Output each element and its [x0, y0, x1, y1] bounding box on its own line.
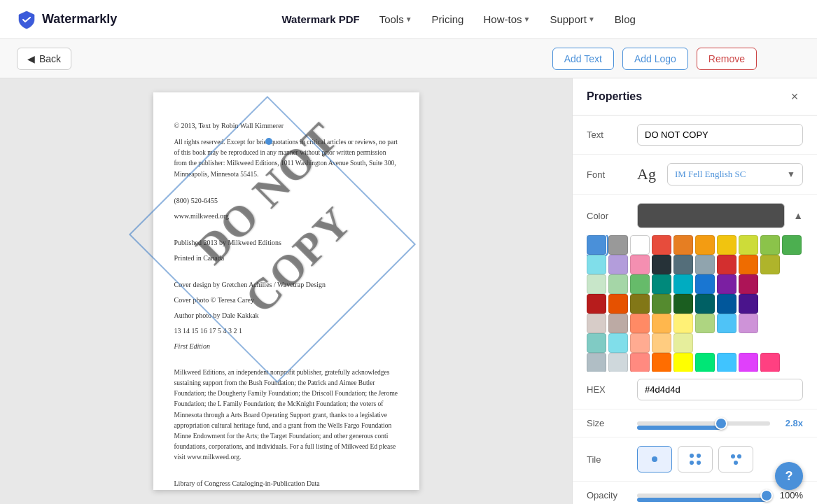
tools-chevron-icon: ▼: [405, 15, 412, 23]
color-swatch-cyanlight[interactable]: [608, 333, 628, 353]
pdf-line-rights: All rights reserved. Except for brief qu…: [174, 137, 398, 180]
color-swatch-navy[interactable]: [717, 294, 736, 314]
color-swatch-lightslate[interactable]: [608, 353, 628, 372]
color-swatch-large[interactable]: [637, 203, 785, 228]
color-palette: [587, 235, 803, 372]
color-swatch-darkred[interactable]: [717, 255, 736, 274]
color-swatch-coolgray[interactable]: [587, 353, 606, 372]
size-row: Size 2.8x: [573, 410, 817, 438]
color-swatch-apricot[interactable]: [630, 333, 650, 353]
color-swatch-buff[interactable]: [652, 333, 671, 353]
tile-grid-2x2[interactable]: [678, 446, 713, 472]
color-swatch-amber[interactable]: [695, 235, 715, 255]
color-swatch-mint[interactable]: [587, 274, 606, 294]
tile-stagger[interactable]: [718, 446, 753, 472]
color-swatch-lightlime[interactable]: [695, 314, 715, 333]
tile-stagger-dot-3: [734, 461, 738, 465]
color-swatch-warmgray[interactable]: [587, 314, 606, 333]
color-swatch-brightyellow[interactable]: [673, 353, 693, 372]
color-swatch-lightmint[interactable]: [608, 274, 628, 294]
color-swatch-medblue[interactable]: [695, 274, 715, 294]
color-swatch-bluegray[interactable]: [695, 255, 715, 274]
size-slider[interactable]: [637, 421, 770, 426]
color-swatch-orange[interactable]: [673, 235, 693, 255]
color-swatch-deepred[interactable]: [587, 294, 606, 314]
nav-howtos[interactable]: How-tos ▼: [475, 9, 538, 29]
color-swatch-darkorange[interactable]: [739, 255, 758, 274]
color-swatch-salmon[interactable]: [630, 314, 650, 333]
color-swatch-green[interactable]: [782, 235, 802, 255]
color-chevron-icon[interactable]: ▲: [793, 210, 803, 221]
color-swatch-darkpink[interactable]: [739, 274, 758, 294]
color-swatch-neongreen[interactable]: [695, 353, 715, 372]
nav-support[interactable]: Support ▼: [541, 9, 603, 29]
color-swatch-deeporange[interactable]: [608, 294, 628, 314]
color-palette-row-5: [587, 314, 803, 333]
color-swatch-lightblue[interactable]: [717, 314, 736, 333]
opacity-slider-track: [637, 493, 767, 498]
color-swatch-darkblue[interactable]: [652, 255, 671, 274]
nav-tools[interactable]: Tools ▼: [371, 9, 421, 29]
color-swatch-darkforest[interactable]: [652, 294, 671, 314]
color-swatch-pink-light[interactable]: [630, 255, 650, 274]
color-swatch-chartreuse[interactable]: [673, 333, 693, 353]
color-swatch-darkteal[interactable]: [652, 274, 671, 294]
add-logo-button[interactable]: Add Logo: [622, 48, 688, 70]
font-label: Font: [587, 169, 629, 180]
color-swatch-violet[interactable]: [739, 353, 758, 372]
color-swatch-lime[interactable]: [739, 235, 758, 255]
color-swatch-skyblue[interactable]: [717, 353, 736, 372]
color-swatch-peach[interactable]: [652, 314, 671, 333]
remove-button[interactable]: Remove: [697, 48, 757, 70]
color-swatch-warmgray2[interactable]: [608, 314, 628, 333]
nav-pricing[interactable]: Pricing: [424, 9, 473, 29]
help-button[interactable]: ?: [775, 462, 803, 490]
pdf-viewer[interactable]: DO NOTCOPY © 2013, Text by Robin Wall Ki…: [0, 78, 572, 504]
opacity-slider-thumb[interactable]: [760, 489, 773, 502]
color-swatch-slate[interactable]: [673, 255, 693, 274]
pdf-line-author-photo: Author photo by Dale Kakkak: [174, 310, 398, 321]
color-swatch-brightorange[interactable]: [652, 353, 671, 372]
tile-single[interactable]: [637, 446, 672, 472]
color-swatch-yellow[interactable]: [717, 235, 736, 255]
pdf-line-website: www.milkweed.org: [174, 211, 398, 222]
tile-stagger-dot-1: [731, 454, 735, 458]
font-selector[interactable]: IM Fell English SC ▼: [667, 163, 803, 186]
size-slider-thumb[interactable]: [715, 417, 727, 430]
color-swatch-indigo[interactable]: [739, 294, 758, 314]
color-swatch-white[interactable]: [630, 235, 650, 255]
color-swatch-darkolive[interactable]: [630, 294, 650, 314]
color-swatch-red[interactable]: [652, 235, 671, 255]
font-preview: Ag: [637, 165, 656, 183]
color-label: Color: [587, 211, 629, 221]
nav-blog[interactable]: Blog: [606, 9, 644, 29]
hex-label: HEX: [587, 384, 629, 395]
color-swatch-tealmid[interactable]: [587, 333, 606, 353]
color-swatch-lavender[interactable]: [739, 314, 758, 333]
color-swatch-lightgreen[interactable]: [760, 235, 780, 255]
close-button[interactable]: ×: [786, 88, 803, 105]
color-swatch-darkpurple[interactable]: [717, 274, 736, 294]
text-input[interactable]: [637, 124, 803, 146]
color-swatch-purple-light[interactable]: [608, 255, 628, 274]
color-palette-row-1: [587, 235, 803, 255]
color-swatch-darkocean[interactable]: [695, 294, 715, 314]
color-swatch-hotpink[interactable]: [760, 353, 780, 372]
opacity-value: 100%: [775, 490, 803, 500]
color-swatch-lightcyan[interactable]: [587, 255, 606, 274]
color-swatch-lightyellow[interactable]: [673, 314, 693, 333]
hex-input[interactable]: [637, 379, 803, 400]
color-swatch-lightred[interactable]: [630, 353, 650, 372]
color-swatch-midgreen[interactable]: [630, 274, 650, 294]
pdf-page: DO NOTCOPY © 2013, Text by Robin Wall Ki…: [153, 92, 419, 490]
color-swatch-blue[interactable]: [587, 235, 606, 255]
opacity-slider[interactable]: [637, 493, 767, 498]
back-button[interactable]: ◀ Back: [17, 48, 71, 70]
color-swatch-olive[interactable]: [760, 255, 780, 274]
main-container: DO NOTCOPY © 2013, Text by Robin Wall Ki…: [0, 78, 817, 504]
add-text-button[interactable]: Add Text: [552, 48, 614, 70]
nav-watermark-pdf[interactable]: Watermark PDF: [274, 9, 368, 29]
color-swatch-gray[interactable]: [608, 235, 628, 255]
color-swatch-forestgreen[interactable]: [673, 294, 693, 314]
color-swatch-darkcyan[interactable]: [673, 274, 693, 294]
